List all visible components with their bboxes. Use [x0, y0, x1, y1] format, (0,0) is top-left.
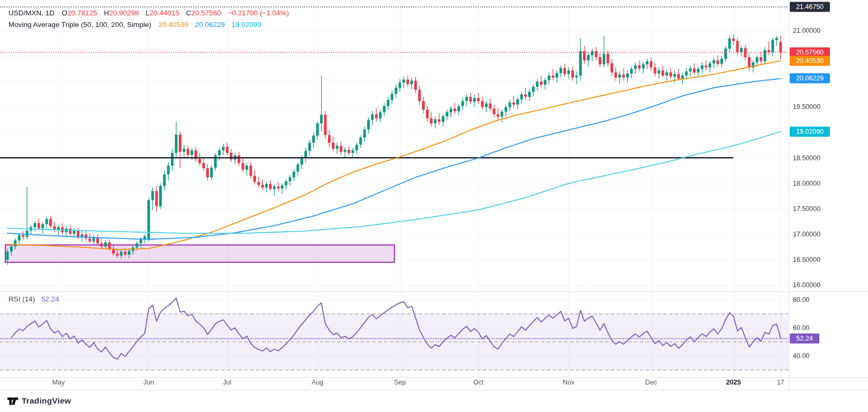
- rsi-label: RSI (14): [8, 295, 35, 303]
- price-chart-canvas[interactable]: [0, 0, 868, 412]
- symbol-title[interactable]: USD/MXN, 1D: [8, 9, 54, 17]
- rsi-value: 52.24: [41, 295, 59, 303]
- tradingview-logo-icon: [7, 397, 19, 406]
- tradingview-brand-text: TradingView: [22, 396, 71, 406]
- rsi-indicator-legend[interactable]: RSI (14) 52.24: [8, 295, 59, 303]
- tradingview-logo[interactable]: TradingView: [7, 396, 71, 406]
- tradingview-chart-window: USD/MXN, 1D O20.78125 H20.90298 L20.4401…: [0, 0, 868, 412]
